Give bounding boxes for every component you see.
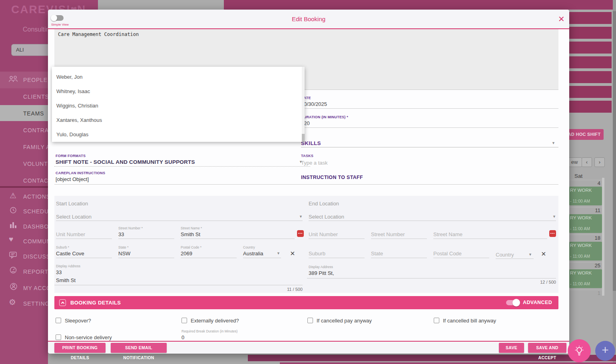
gear-icon: ⚙ bbox=[9, 297, 16, 307]
save-and-accept-button[interactable]: SAVE AND ACCEPT bbox=[528, 343, 566, 353]
cancelled-pay-label: If cancelled pay anyway bbox=[317, 318, 372, 324]
address-more-icon[interactable]: ••• bbox=[549, 230, 556, 237]
chevron-down-icon[interactable]: ▼ bbox=[552, 141, 555, 145]
street-name-label: Street Name * bbox=[181, 226, 202, 230]
dropdown-option[interactable]: Yulo, Douglas bbox=[52, 127, 305, 142]
start-location-select[interactable]: Select Location bbox=[56, 214, 92, 220]
field-underline bbox=[56, 239, 112, 239]
cancelled-bill-checkbox[interactable] bbox=[434, 318, 439, 323]
simple-view-toggle-knob[interactable] bbox=[51, 15, 57, 21]
dropdown-option[interactable]: Whitney, Isaac bbox=[52, 84, 305, 99]
tasks-input[interactable]: Type a task bbox=[301, 160, 327, 166]
clear-address-icon[interactable]: × bbox=[290, 250, 295, 257]
chat-icon bbox=[9, 251, 18, 259]
field-underline bbox=[301, 127, 558, 128]
non-service-checkbox[interactable] bbox=[56, 334, 61, 340]
field-underline bbox=[309, 239, 365, 239]
send-email-notification-button[interactable]: SEND EMAIL NOTIFICATION bbox=[111, 343, 167, 353]
street-name-field[interactable]: Smith St bbox=[181, 231, 200, 237]
sleepover-checkbox[interactable] bbox=[56, 318, 61, 323]
sidebar-item-people[interactable]: PEOPLE bbox=[23, 77, 48, 83]
postal-code-field[interactable]: 2069 bbox=[181, 251, 192, 257]
print-booking-details-button[interactable]: PRINT BOOKING DETAILS bbox=[54, 343, 106, 353]
suburb-field[interactable]: Castle Cove bbox=[56, 251, 84, 257]
address-more-icon[interactable]: ••• bbox=[297, 230, 304, 237]
add-fab-button[interactable]: + bbox=[595, 341, 615, 361]
calendar-event[interactable]: RY WORK- 11:00 AM bbox=[569, 187, 602, 205]
street-number-field[interactable]: Street Number bbox=[371, 231, 405, 237]
break-duration-field[interactable]: 0 bbox=[181, 334, 184, 340]
calendar-event[interactable]: RY WORK- 11:00 AM bbox=[569, 242, 602, 261]
save-button[interactable]: SAVE bbox=[499, 343, 524, 353]
app-screen: CAREVISI♥N Consulting ALI PEOPLE CLIENTS… bbox=[0, 0, 616, 364]
suburb-field[interactable]: Suburb bbox=[309, 251, 325, 257]
date-field[interactable]: 10/30/2025 bbox=[301, 101, 327, 107]
chevron-down-icon[interactable]: ▼ bbox=[299, 215, 303, 219]
chevron-down-icon[interactable]: ▼ bbox=[277, 251, 280, 255]
calendar-day-header: Sat bbox=[574, 173, 582, 179]
panel-row[interactable] bbox=[569, 42, 612, 54]
field-underline bbox=[54, 166, 310, 167]
calendar-event[interactable]: RY WORK- 11:00 AM bbox=[569, 269, 602, 288]
state-field[interactable]: NSW bbox=[118, 251, 130, 257]
dropdown-option[interactable]: Weber, Jon bbox=[52, 70, 305, 84]
sidebar-item-clients[interactable]: CLIENTS bbox=[23, 93, 49, 100]
field-underline bbox=[301, 147, 558, 147]
people-icon bbox=[8, 75, 20, 83]
dropdown-scrollbar[interactable] bbox=[302, 67, 305, 142]
edit-booking-modal: Edit Booking × Simple View Care Manageme… bbox=[48, 10, 569, 354]
display-address-label: Display Address bbox=[309, 265, 333, 269]
form-formats-select[interactable]: SHIFT NOTE - SOCIAL AND COMMUNITY SUPPOR… bbox=[56, 159, 195, 165]
instruction-to-staff-label: INSTRUCTION TO STAFF bbox=[301, 175, 363, 180]
calendar-scrollbar[interactable] bbox=[602, 178, 604, 296]
calendar-event[interactable]: RY WORK- 11:00 AM bbox=[569, 214, 602, 233]
panel-row[interactable] bbox=[569, 12, 612, 24]
unit-number-field[interactable]: Unit Number bbox=[309, 231, 338, 237]
panel-row[interactable] bbox=[569, 71, 612, 83]
postal-code-field[interactable]: Postal Code bbox=[433, 251, 462, 257]
next-button[interactable]: › bbox=[594, 157, 605, 167]
modal-title: Edit Booking bbox=[48, 10, 569, 28]
chevron-down-icon[interactable]: ▼ bbox=[528, 253, 532, 257]
country-select[interactable]: Australia bbox=[243, 251, 263, 257]
chevron-down-icon[interactable]: ▼ bbox=[552, 215, 556, 219]
close-icon[interactable]: × bbox=[558, 13, 564, 25]
sidebar-item-teams[interactable]: TEAMS bbox=[23, 110, 44, 117]
panel-row[interactable] bbox=[569, 56, 612, 68]
suggestions-fab-button[interactable] bbox=[568, 339, 591, 362]
end-location-select[interactable]: Select Location bbox=[309, 214, 344, 220]
advanced-label: ADVANCED bbox=[523, 296, 552, 309]
field-underline bbox=[118, 239, 174, 239]
panel-row[interactable] bbox=[569, 101, 612, 113]
display-address-line1[interactable]: 389 Pitt St, bbox=[309, 270, 334, 276]
state-label: State * bbox=[118, 245, 129, 249]
cancelled-pay-checkbox[interactable] bbox=[307, 318, 313, 323]
suburb-label: Suburb * bbox=[56, 245, 69, 249]
dropdown-option[interactable]: Xantares, Xanthous bbox=[52, 113, 305, 127]
chevron-down-icon[interactable]: ▼ bbox=[299, 160, 303, 164]
plus-icon: + bbox=[602, 343, 609, 356]
dropdown-option[interactable]: Wiggins, Christian bbox=[52, 99, 305, 113]
sidebar-item-actions[interactable]: ACTIONS bbox=[23, 193, 50, 200]
careplan-field[interactable]: [object Object] bbox=[56, 176, 89, 182]
externally-delivered-label: Externally delivered? bbox=[191, 318, 239, 324]
street-number-field[interactable]: 33 bbox=[118, 231, 124, 237]
state-field[interactable]: State bbox=[371, 251, 383, 257]
street-name-field[interactable]: Street Name bbox=[433, 231, 462, 237]
clear-address-icon[interactable]: × bbox=[541, 250, 546, 257]
panel-row[interactable] bbox=[569, 86, 612, 98]
collapse-icon[interactable] bbox=[59, 299, 66, 306]
ad-hoc-shift-button[interactable]: AD HOC SHIFT bbox=[565, 129, 604, 140]
duration-label: DURATION (IN MINUTES) * bbox=[301, 115, 348, 119]
unit-number-field[interactable]: Unit Number bbox=[56, 231, 85, 237]
booking-details-title: BOOKING DETAILS bbox=[70, 296, 121, 309]
display-address-line2[interactable]: Smith St bbox=[56, 277, 76, 283]
externally-delivered-checkbox[interactable] bbox=[181, 318, 187, 323]
advanced-toggle-knob[interactable] bbox=[512, 299, 520, 306]
country-select[interactable]: Country bbox=[496, 252, 514, 258]
non-service-label: Non-service delivery bbox=[65, 334, 112, 340]
display-address-line1[interactable]: 33 bbox=[56, 269, 62, 275]
prev-button[interactable]: ‹ bbox=[582, 157, 592, 167]
page-scrollbar[interactable] bbox=[613, 0, 616, 364]
panel-row[interactable] bbox=[569, 27, 612, 39]
